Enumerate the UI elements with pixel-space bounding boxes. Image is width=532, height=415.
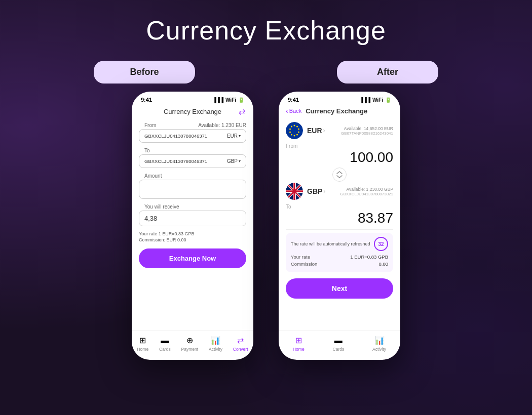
svg-point-0 — [286, 122, 303, 139]
after-nav-home[interactable]: ⊞ Home — [293, 336, 305, 352]
convert-icon: ⇄ — [237, 336, 244, 345]
swap-row — [286, 168, 393, 182]
after-nav-activity[interactable]: 📊 Activity — [372, 336, 386, 352]
to-label-after: To — [286, 204, 393, 210]
rate-section: The rate will be automatically refreshed… — [286, 233, 393, 272]
page-title: Currency Exchange — [146, 15, 386, 46]
svg-point-2 — [296, 126, 298, 128]
nav-home[interactable]: ⊞ Home — [137, 336, 148, 352]
from-label-row: From Available: 1.230 EUR — [139, 122, 246, 128]
svg-point-8 — [289, 132, 291, 133]
after-signal-icon: ▐▐▐ — [360, 97, 370, 103]
payment-icon: ⊕ — [186, 336, 193, 345]
nav-activity[interactable]: 📊 Activity — [209, 336, 222, 352]
svg-point-7 — [291, 134, 292, 136]
commission-row: Commission 0.00 — [291, 261, 388, 267]
wifi-icon: WiFi — [225, 97, 236, 103]
signal-icon: ▐▐▐ — [213, 97, 223, 103]
amount-label: Amount — [143, 173, 163, 179]
nav-convert[interactable]: ⇄ Convert — [233, 336, 248, 352]
after-app-header: ‹ Back Currency Exchange — [279, 105, 400, 118]
to-input-row[interactable]: GBXXCLJU04130780046371 GBP — [139, 154, 246, 168]
from-input-row[interactable]: GBXXCLJU04130780046371 EUR — [139, 129, 246, 143]
to-label: To — [143, 148, 151, 153]
refresh-text: The rate will be automatically refreshed — [291, 241, 370, 247]
to-currency[interactable]: GBP — [227, 158, 241, 164]
from-label: From — [143, 122, 158, 128]
svg-point-6 — [294, 135, 295, 137]
after-activity-icon: 📊 — [374, 336, 385, 345]
before-label: Before — [94, 61, 195, 84]
from-currency[interactable]: EUR — [227, 133, 241, 139]
gbp-account: GBXXCLJU04130780073821 — [329, 192, 393, 196]
back-chevron-icon: ‹ — [286, 107, 288, 115]
nav-convert-label: Convert — [233, 347, 248, 352]
commission-value: 0.00 — [379, 261, 389, 267]
cards-icon: ▬ — [161, 336, 169, 345]
after-time: 9:41 — [288, 97, 299, 103]
activity-icon: 📊 — [210, 336, 220, 345]
nav-home-label: Home — [137, 347, 148, 352]
exchange-now-button[interactable]: Exchange Now — [139, 248, 246, 268]
before-time: 9:41 — [141, 97, 152, 103]
before-status-bar: 9:41 ▐▐▐ WiFi 🔋 — [132, 92, 253, 105]
from-label-after: From — [286, 143, 393, 149]
svg-point-10 — [291, 126, 292, 128]
receive-input-row[interactable]: 4,38 — [139, 211, 246, 226]
gbp-flag — [286, 183, 303, 200]
amount-group: Amount — [139, 173, 246, 199]
home-icon: ⊞ — [139, 336, 146, 345]
gbp-name: GBP — [307, 187, 322, 195]
after-nav-activity-label: Activity — [372, 347, 386, 352]
before-bottom-nav: ⊞ Home ▬ Cards ⊕ Payment 📊 Activity ⇄ — [132, 330, 253, 360]
svg-point-4 — [298, 132, 299, 133]
from-available: Available: 1.230 EUR — [198, 122, 246, 128]
next-button[interactable]: Next — [286, 278, 393, 299]
to-amount: 83.87 — [286, 210, 393, 226]
nav-cards[interactable]: ▬ Cards — [159, 336, 171, 352]
after-nav-home-label: Home — [293, 347, 305, 352]
gbp-available: Available: 1,230.00 GBP — [329, 187, 393, 192]
before-header-title: Currency Exchange — [164, 108, 221, 115]
eur-account: GB67TANF00988216243041 — [329, 131, 393, 136]
after-home-icon: ⊞ — [295, 336, 302, 345]
after-cards-icon: ▬ — [334, 336, 343, 345]
back-button[interactable]: ‹ Back — [286, 107, 301, 115]
svg-point-5 — [296, 134, 298, 136]
after-bottom-nav: ⊞ Home ▬ Cards 📊 Activity — [279, 330, 400, 360]
receive-value: 4,38 — [144, 215, 241, 222]
gbp-details: Available: 1,230.00 GBP GBXXCLJU04130780… — [329, 187, 393, 196]
after-header-title: Currency Exchange — [306, 107, 367, 115]
nav-activity-label: Activity — [209, 347, 222, 352]
receive-label-row: You will receive — [139, 204, 246, 210]
eur-flag — [286, 122, 303, 139]
eur-details: Available: 14,652.00 EUR GB67TANF0098821… — [329, 126, 393, 136]
to-group: To GBXXCLJU04130780046371 GBP — [139, 148, 246, 168]
swap-button[interactable] — [332, 168, 347, 182]
before-app-header: Currency Exchange ⇄ — [132, 105, 253, 118]
your-rate-value: 1 EUR=0.83 GPB — [350, 254, 388, 260]
nav-payment[interactable]: ⊕ Payment — [181, 336, 199, 352]
comparison-labels: Before After — [94, 61, 438, 84]
after-battery-icon: 🔋 — [385, 97, 391, 103]
eur-card[interactable]: EUR › Available: 14,652.00 EUR GB67TANF0… — [286, 122, 393, 139]
amount-input[interactable] — [139, 180, 246, 199]
before-refresh-icon[interactable]: ⇄ — [239, 107, 245, 116]
before-form-area: From Available: 1.230 EUR GBXXCLJU041307… — [132, 118, 253, 330]
gbp-card[interactable]: GBP › Available: 1,230.00 GBP GBXXCLJU04… — [286, 183, 393, 200]
gbp-chevron-icon: › — [323, 188, 325, 195]
after-nav-cards-label: Cards — [333, 347, 345, 352]
from-section: From 100.00 — [286, 143, 393, 165]
from-amount: 100.00 — [286, 149, 393, 165]
after-status-icons: ▐▐▐ WiFi 🔋 — [360, 97, 391, 103]
after-phone: 9:41 ▐▐▐ WiFi 🔋 ‹ Back Currency Exchange — [279, 92, 400, 360]
receive-group: You will receive 4,38 — [139, 204, 246, 226]
divider — [286, 229, 393, 230]
to-label-row: To — [139, 148, 246, 153]
before-rate-text: Your rate 1 EUR=0.83 GPB — [139, 231, 246, 236]
from-group: From Available: 1.230 EUR GBXXCLJU041307… — [139, 122, 246, 143]
after-nav-cards[interactable]: ▬ Cards — [333, 336, 345, 352]
after-wifi-icon: WiFi — [372, 97, 383, 103]
your-rate-label: Your rate — [291, 254, 310, 260]
to-section: To 83.87 — [286, 204, 393, 226]
